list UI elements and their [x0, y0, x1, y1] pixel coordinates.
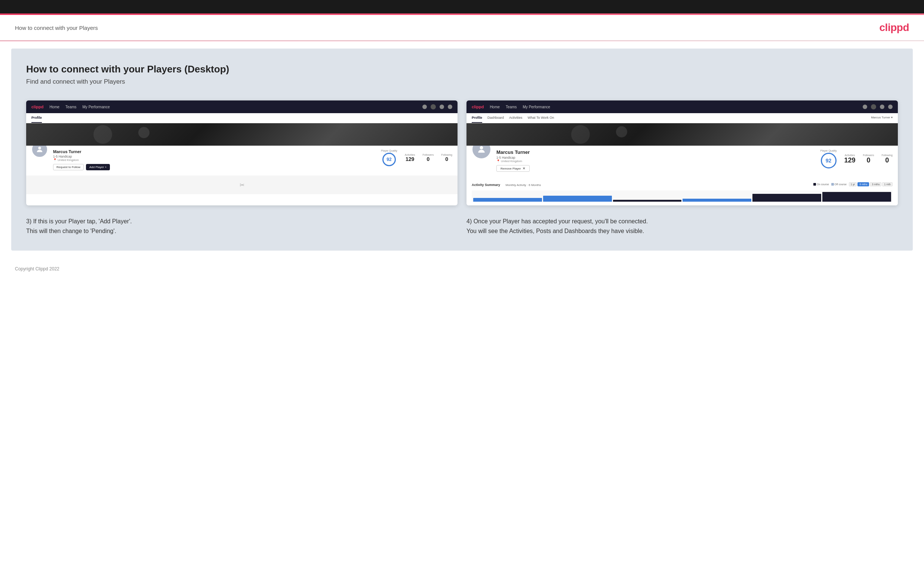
nav-teams-2[interactable]: Teams	[506, 105, 517, 109]
pq-value-2: 92	[826, 158, 832, 164]
description-3-text: 3) If this is your Player tap, 'Add Play…	[26, 217, 457, 236]
main-content: How to connect with your Players (Deskto…	[11, 48, 913, 251]
nav-home-1[interactable]: Home	[49, 105, 60, 109]
top-bar	[0, 0, 924, 13]
activity-header: Activity Summary Monthly Activity · 6 Mo…	[472, 181, 893, 187]
header-divider	[0, 41, 924, 41]
nav-right-1	[422, 104, 452, 110]
profile-hero-2	[467, 123, 898, 146]
player-handicap-2: 1-5 Handicap	[496, 156, 815, 160]
hero-circle-2	[138, 127, 150, 138]
search-icon-1[interactable]	[422, 105, 427, 109]
nav-settings-icon-2[interactable]	[880, 105, 884, 109]
activity-controls: On course Off course 1 yr 6 mths 3 mths …	[813, 182, 893, 186]
screenshots-row: clippd Home Teams My Performance Profile	[26, 100, 898, 205]
pq-circle-1: 92	[382, 153, 396, 166]
stat-activities-2: Activities 129	[844, 154, 855, 164]
stat-followers-value-1: 0	[422, 156, 434, 162]
nav-home-2[interactable]: Home	[489, 105, 500, 109]
period-buttons: 1 yr 6 mths 3 mths 1 mth	[849, 182, 893, 186]
stat-followers-label-2: Followers	[863, 154, 874, 156]
description-3: 3) If this is your Player tap, 'Add Play…	[26, 217, 457, 236]
stat-followers-label-1: Followers	[422, 153, 434, 156]
nav-settings-icon-1[interactable]	[439, 105, 444, 109]
profile-buttons-2: Remove Player ✕	[496, 165, 815, 172]
tab-activities-2[interactable]: Activities	[509, 113, 523, 123]
stat-following-label-1: Following	[441, 153, 452, 156]
period-1mth[interactable]: 1 mth	[882, 182, 893, 186]
nav-myperformance-2[interactable]: My Performance	[523, 105, 550, 109]
app-logo-2: clippd	[472, 105, 484, 109]
svg-point-0	[38, 147, 41, 149]
copyright: Copyright Clippd 2022	[15, 266, 60, 271]
nav-avatar-2[interactable]	[871, 104, 876, 110]
stat-following-label-2: Following	[881, 154, 893, 156]
hero-circle-4	[616, 126, 627, 137]
screenshot-bottom-1: ✂	[26, 176, 457, 194]
stat-following-value-2: 0	[881, 156, 893, 164]
bar-5	[753, 194, 821, 201]
page-heading: How to connect with your Players (Deskto…	[26, 63, 898, 75]
player-name-1: Marcus Turner	[53, 149, 376, 154]
app-tabs-2: Profile Dashboard Activities What To Wor…	[467, 113, 898, 123]
stat-following-value-1: 0	[441, 156, 452, 162]
add-player-button[interactable]: Add Player +	[86, 164, 110, 170]
period-1yr[interactable]: 1 yr	[849, 182, 857, 186]
bar-4	[683, 199, 751, 201]
tab-profile-1[interactable]: Profile	[31, 113, 42, 123]
player-name-2: Marcus Turner	[496, 149, 815, 155]
nav-myperformance-1[interactable]: My Performance	[82, 105, 110, 109]
stat-following-2: Following 0	[881, 154, 893, 164]
nav-right-2	[863, 104, 893, 110]
user-dropdown[interactable]: Marcus Turner ▾	[871, 113, 893, 123]
tab-dashboard-2[interactable]: Dashboard	[488, 113, 504, 123]
hero-bg-1	[26, 123, 457, 146]
profile-info-1: Marcus Turner 1-5 Handicap 📍 United King…	[26, 146, 457, 176]
bar-1	[473, 198, 542, 201]
stat-following-1: Following 0	[441, 153, 452, 162]
bar-2	[543, 196, 612, 201]
player-location-1: 📍 United Kingdom	[53, 158, 376, 162]
pq-label-1: Player Quality	[381, 149, 397, 152]
period-6mths[interactable]: 6 mths	[858, 182, 869, 186]
bar-6	[822, 192, 891, 201]
stat-activities-value-2: 129	[844, 156, 855, 164]
screenshot-1: clippd Home Teams My Performance Profile	[26, 100, 457, 205]
legend-offcourse: Off course	[831, 183, 846, 185]
app-logo-1: clippd	[31, 105, 44, 109]
nav-globe-icon-1[interactable]	[448, 105, 452, 109]
location-icon-1: 📍	[53, 158, 57, 162]
description-4: 4) Once your Player has accepted your re…	[467, 217, 898, 236]
app-nav-1: clippd Home Teams My Performance	[26, 100, 457, 113]
svg-point-1	[480, 146, 483, 149]
pq-circle-2: 92	[821, 153, 837, 168]
chart-area	[472, 190, 893, 201]
request-follow-button[interactable]: Request to Follow	[53, 164, 84, 170]
description-4-text: 4) Once your Player has accepted your re…	[467, 217, 898, 236]
hero-circle-1	[94, 125, 112, 144]
profile-details-1: Marcus Turner 1-5 Handicap 📍 United King…	[53, 149, 376, 170]
remove-player-button[interactable]: Remove Player ✕	[496, 165, 530, 172]
offcourse-dot	[831, 183, 834, 185]
search-icon-2[interactable]	[863, 105, 867, 109]
remove-x-icon: ✕	[523, 166, 525, 170]
profile-details-2: Marcus Turner 1-5 Handicap 📍 United King…	[496, 149, 815, 172]
player-handicap-1: 1-5 Handicap	[53, 155, 376, 158]
stat-followers-1: Followers 0	[422, 153, 434, 162]
app-tabs-1: Profile	[26, 113, 457, 123]
player-location-2: 📍 United Kingdom	[496, 160, 815, 163]
period-3mths[interactable]: 3 mths	[870, 182, 881, 186]
clippd-logo: clippd	[880, 22, 909, 34]
pq-value-1: 92	[386, 157, 391, 162]
bar-3	[613, 200, 682, 201]
tab-whattoworkon-2[interactable]: What To Work On	[528, 113, 554, 123]
nav-teams-1[interactable]: Teams	[65, 105, 76, 109]
stat-activities-value-1: 129	[405, 156, 415, 162]
footer: Copyright Clippd 2022	[0, 262, 924, 276]
activity-summary: Activity Summary Monthly Activity · 6 Mo…	[467, 177, 898, 205]
nav-avatar-1[interactable]	[431, 104, 436, 110]
stat-activities-1: Activities 129	[405, 153, 415, 162]
stat-followers-value-2: 0	[863, 156, 874, 164]
nav-globe-icon-2[interactable]	[888, 105, 893, 109]
tab-profile-2[interactable]: Profile	[472, 113, 482, 123]
